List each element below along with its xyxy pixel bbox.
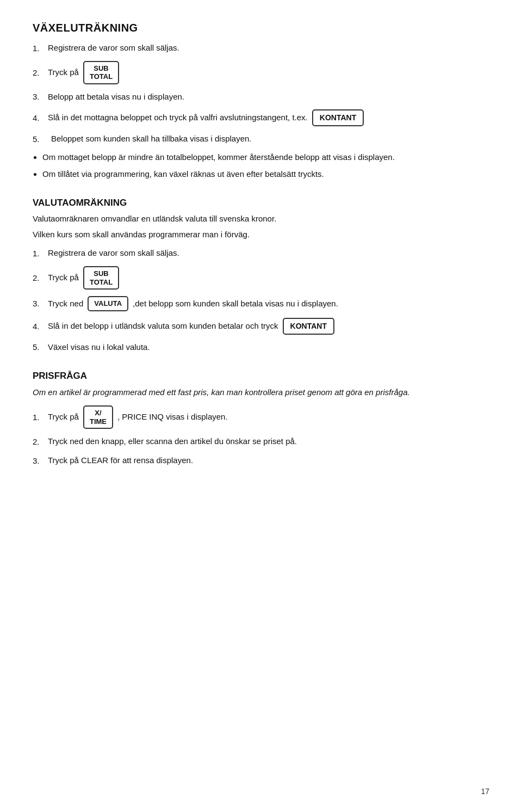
prisfraga-step-num-3: 3. — [33, 456, 45, 465]
valuta-step-content-3: Tryck ned VALUTA ,det belopp som kunden … — [48, 296, 338, 311]
step-1: 1. Registrera de varor som skall säljas. — [33, 42, 489, 54]
kontant-key-1: KONTANT — [312, 109, 364, 126]
step-5: 5. Beloppet som kunden skall ha tillbaka… — [33, 133, 489, 145]
valuta-intro-1: Valutaomräknaren omvandlar en utländsk v… — [33, 213, 489, 225]
valuta-step-1: 1. Registrera de varor som skall säljas. — [33, 247, 489, 260]
valuta-step-text-before-4: Slå in det belopp i utländsk valuta som … — [48, 320, 278, 333]
step-content-4: Slå in det mottagna beloppet och tryck p… — [48, 109, 366, 126]
valuta-step-num-1: 1. — [33, 249, 45, 258]
step-num-5: 5. — [33, 134, 45, 144]
valuta-step-text-before-3: Tryck ned — [48, 298, 83, 310]
step-text-5b: Beloppet som kunden skall ha tillbaka vi… — [51, 133, 252, 145]
valuta-step-content-4: Slå in det belopp i utländsk valuta som … — [48, 318, 337, 335]
valuta-step-3: 3. Tryck ned VALUTA ,det belopp som kund… — [33, 296, 489, 311]
bullet-item-1: Om mottaget belopp är mindre än totalbel… — [42, 151, 489, 164]
valuta-step-text-5: Växel visas nu i lokal valuta. — [48, 341, 150, 354]
prisfraga-step-3: 3. Tryck på CLEAR för att rensa displaye… — [33, 454, 489, 467]
prisfraga-step-text-3: Tryck på CLEAR för att rensa displayen. — [48, 454, 193, 467]
step-text-1: Registrera de varor som skall säljas. — [48, 42, 179, 54]
prisfraga-step-2: 2. Tryck ned den knapp, eller scanna den… — [33, 435, 489, 448]
step-4: 4. Slå in det mottagna beloppet och tryc… — [33, 109, 489, 126]
prisfraga-step-content-1: Tryck på X/TIME , PRICE INQ visas i disp… — [48, 405, 228, 429]
valuta-step-content-2: Tryck på SUBTOTAL — [48, 266, 121, 290]
page-number: 17 — [481, 787, 489, 796]
valutaomrakning-title: VALUTAOMRÄKNING — [33, 198, 489, 208]
step-num-3: 3. — [33, 92, 45, 101]
step-3: 3. Belopp att betala visas nu i displaye… — [33, 91, 489, 103]
sub-total-key-2: SUBTOTAL — [83, 266, 119, 290]
valuta-step-text-1: Registrera de varor som skall säljas. — [48, 247, 179, 260]
valuta-step-num-4: 4. — [33, 322, 45, 331]
prisfraga-step-text-2: Tryck ned den knapp, eller scanna den ar… — [48, 435, 297, 448]
prisfraga-step-text-after-1: , PRICE INQ visas i displayen. — [117, 411, 228, 423]
valuta-step-text-after-3: ,det belopp som kunden skall betala visa… — [133, 298, 338, 310]
valuta-step-num-3: 3. — [33, 299, 45, 308]
x-time-key: X/TIME — [83, 405, 113, 429]
bullet-item-2: Om tillåtet via programmering, kan växel… — [42, 168, 489, 181]
step-2: 2. Tryck på SUBTOTAL — [33, 61, 489, 84]
step-text-3: Belopp att betala visas nu i displayen. — [48, 91, 184, 103]
valuta-key: VALUTA — [88, 296, 128, 311]
page-title: VÄXELUTRÄKNING — [33, 22, 489, 34]
prisfraga-intro: Om en artikel är programmerad med ett fa… — [33, 386, 489, 399]
valuta-step-num-5: 5. — [33, 342, 45, 352]
valuta-step-5: 5. Växel visas nu i lokal valuta. — [33, 341, 489, 354]
valuta-step-num-2: 2. — [33, 273, 45, 282]
prisfraga-step-num-1: 1. — [33, 413, 45, 422]
step-text-before-2: Tryck på — [48, 66, 79, 79]
prisfraga-title: PRISFRÅGA — [33, 371, 489, 382]
step-num-4: 4. — [33, 113, 45, 122]
step-text-before-4: Slå in det mottagna beloppet och tryck p… — [48, 112, 308, 124]
valuta-step-4: 4. Slå in det belopp i utländsk valuta s… — [33, 318, 489, 335]
bullet-list-1: Om mottaget belopp är mindre än totalbel… — [42, 151, 489, 180]
valuta-step-text-before-2: Tryck på — [48, 272, 79, 284]
prisfraga-step-text-before-1: Tryck på — [48, 411, 79, 423]
prisfraga-step-num-2: 2. — [33, 437, 45, 446]
step-num-2: 2. — [33, 68, 45, 77]
valuta-intro-2: Vilken kurs som skall användas programme… — [33, 229, 489, 241]
prisfraga-step-1: 1. Tryck på X/TIME , PRICE INQ visas i d… — [33, 405, 489, 429]
step-content-2: Tryck på SUBTOTAL — [48, 61, 121, 84]
kontant-key-2: KONTANT — [283, 318, 334, 335]
valuta-step-2: 2. Tryck på SUBTOTAL — [33, 266, 489, 290]
step-num-1: 1. — [33, 44, 45, 53]
sub-total-key-1: SUBTOTAL — [83, 61, 119, 84]
